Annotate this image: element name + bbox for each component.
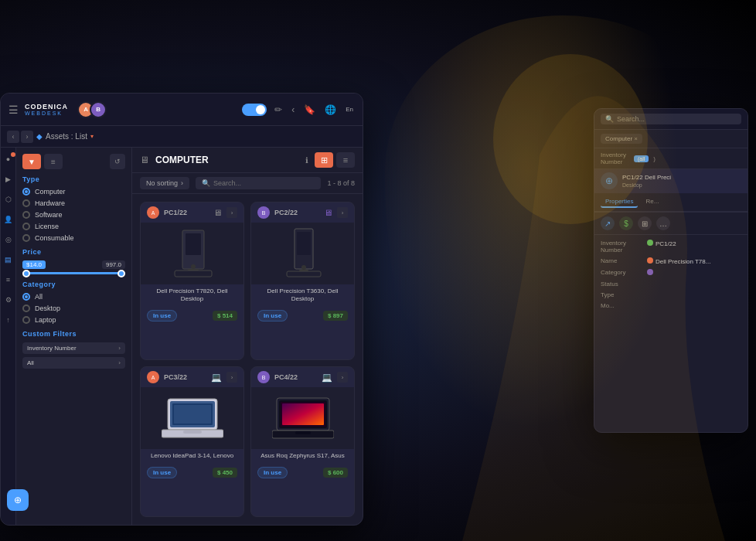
- svg-rect-4: [175, 270, 212, 277]
- custom-filter-all[interactable]: All ›: [22, 357, 125, 369]
- brand-name: CODENICA: [25, 104, 68, 111]
- sidebar-item-4[interactable]: ◎: [3, 234, 14, 245]
- filter-category-all[interactable]: All: [22, 293, 125, 301]
- asset-footer-pc1: In use $ 514: [141, 307, 243, 326]
- price-title: Price: [22, 248, 125, 256]
- asset-card-header-pc3: A PC3/22 💻 ›: [141, 367, 243, 387]
- radio-desktop: [22, 305, 30, 312]
- app-bottom-icon[interactable]: ⊕: [16, 489, 29, 511]
- sidebar-strip: ● ▶ ⬡ 👤 ◎ ▤ ≡ ⚙ ↑: [1, 148, 16, 525]
- asset-nav-pc3[interactable]: ›: [226, 372, 237, 383]
- asset-avatar-pc4: B: [257, 371, 270, 383]
- custom-filter-inventory-label: Inventory Number: [27, 345, 77, 352]
- filter-label-consumable: Consumable: [35, 234, 74, 242]
- price-range: $14.0 997.0: [22, 260, 125, 269]
- status-badge-pc4: In use: [257, 467, 288, 478]
- price-max-badge: 997.0: [102, 260, 125, 269]
- sidebar-item-1[interactable]: ▶: [3, 174, 14, 185]
- filter-list-button[interactable]: ≡: [44, 154, 63, 169]
- filter-category-laptop[interactable]: Laptop: [22, 316, 125, 324]
- filter-toolbar: ▼ ≡ ↺: [22, 154, 125, 169]
- notification-badge: [11, 152, 15, 157]
- assets-icon: ◆: [36, 132, 43, 141]
- custom-filters-title: Custom Filters: [22, 330, 125, 338]
- asset-avatar-pc2: B: [257, 206, 270, 219]
- filter-label-hardware: Hardware: [35, 199, 65, 207]
- sidebar-item-2[interactable]: ⬡: [3, 194, 14, 205]
- sidebar-item-3[interactable]: 👤: [3, 214, 14, 225]
- search-input[interactable]: [213, 179, 315, 187]
- filter-refresh-button[interactable]: ↺: [110, 154, 125, 169]
- sort-icon: ›: [181, 179, 183, 187]
- price-slider-track[interactable]: [22, 272, 125, 274]
- asset-footer-pc3: In use $ 450: [141, 464, 243, 483]
- price-section: Price $14.0 997.0: [22, 248, 125, 274]
- filter-type-title: Type: [22, 175, 125, 183]
- radio-software: [22, 211, 30, 219]
- svg-rect-15: [183, 430, 202, 434]
- person-background-glow: [385, 15, 741, 533]
- sidebar-item-7[interactable]: ↑: [3, 315, 14, 325]
- filter-label-license: License: [35, 223, 59, 230]
- filter-active-button[interactable]: ▼: [22, 154, 41, 169]
- hamburger-icon[interactable]: ☰: [9, 104, 19, 116]
- custom-filter-all-arrow: ›: [118, 359, 121, 366]
- brand-sub: WEBDESK: [25, 111, 68, 116]
- price-slider-knob-left[interactable]: [22, 270, 30, 277]
- asset-nav-pc1[interactable]: ›: [226, 207, 237, 218]
- pencil-icon[interactable]: ✏: [273, 103, 284, 117]
- status-badge-pc3: In use: [147, 467, 177, 478]
- search-icon: 🔍: [202, 179, 210, 187]
- custom-filter-all-label: All: [27, 359, 34, 366]
- price-pc3: $ 450: [213, 468, 237, 478]
- asset-avatar-pc3: A: [147, 371, 159, 383]
- filter-label-desktop: Desktop: [35, 305, 60, 312]
- filter-label-computer: Computer: [35, 188, 66, 196]
- filter-option-hardware[interactable]: Hardware: [22, 199, 125, 207]
- asset-image-pc3: [141, 387, 243, 449]
- filter-label-all: All: [35, 293, 43, 301]
- nav-back-button[interactable]: ‹: [7, 131, 19, 143]
- radio-all: [22, 293, 30, 301]
- filter-option-computer[interactable]: Computer: [22, 188, 125, 196]
- sort-button[interactable]: No sorting ›: [140, 177, 189, 189]
- status-badge-pc1: In use: [147, 310, 177, 322]
- asset-name-pc1: Dell Precision T7820, Dell Desktop: [141, 284, 243, 307]
- price-slider-knob-right[interactable]: [117, 270, 125, 277]
- filter-category-desktop[interactable]: Desktop: [22, 305, 125, 312]
- price-min-badge: $14.0: [22, 260, 46, 269]
- sidebar-item-6[interactable]: ⚙: [3, 294, 14, 305]
- custom-filter-inventory[interactable]: Inventory Number ›: [22, 342, 125, 354]
- sidebar-item-assets[interactable]: ▤: [3, 254, 14, 265]
- search-box: 🔍: [196, 177, 321, 189]
- asset-name-pc3: Lenovo IdeaPad 3-14, Lenovo: [141, 449, 243, 463]
- asset-card-pc1[interactable]: A PC1/22 🖥 ›: [140, 202, 244, 360]
- toggle-knob: [256, 105, 265, 114]
- sidebar-item-notifications[interactable]: ●: [3, 154, 14, 165]
- radio-license: [22, 223, 30, 230]
- custom-filter-inventory-arrow: ›: [118, 345, 121, 352]
- breadcrumb-dropdown-icon[interactable]: ▾: [90, 133, 94, 140]
- filter-option-consumable[interactable]: Consumable: [22, 234, 125, 242]
- radio-hardware: [22, 199, 30, 207]
- filter-panel: ▼ ≡ ↺ Type Computer Hardware Software Li…: [16, 148, 132, 525]
- filter-option-license[interactable]: License: [22, 223, 125, 230]
- svg-point-2: [191, 264, 196, 269]
- desktop-pc-svg: [171, 226, 213, 281]
- custom-filters-section: Custom Filters Inventory Number › All ›: [22, 330, 125, 369]
- svg-rect-1: [186, 233, 201, 255]
- breadcrumb-text: Assets : List: [46, 132, 87, 141]
- sidebar-item-5[interactable]: ≡: [3, 274, 14, 285]
- nav-forward-button[interactable]: ›: [21, 131, 33, 143]
- asset-card-pc3[interactable]: A PC3/22 💻 ›: [140, 366, 244, 517]
- chevron-left-icon[interactable]: ‹: [290, 103, 296, 117]
- filter-label-software: Software: [35, 211, 63, 219]
- dark-mode-toggle[interactable]: [242, 104, 267, 116]
- computer-monitor-icon: 🖥: [140, 155, 149, 165]
- radio-laptop: [22, 316, 30, 324]
- avatar-2[interactable]: B: [90, 101, 107, 118]
- radio-computer: [22, 188, 30, 196]
- filter-option-software[interactable]: Software: [22, 211, 125, 219]
- asset-avatar-pc1: A: [147, 206, 159, 219]
- price-slider-fill: [22, 272, 125, 274]
